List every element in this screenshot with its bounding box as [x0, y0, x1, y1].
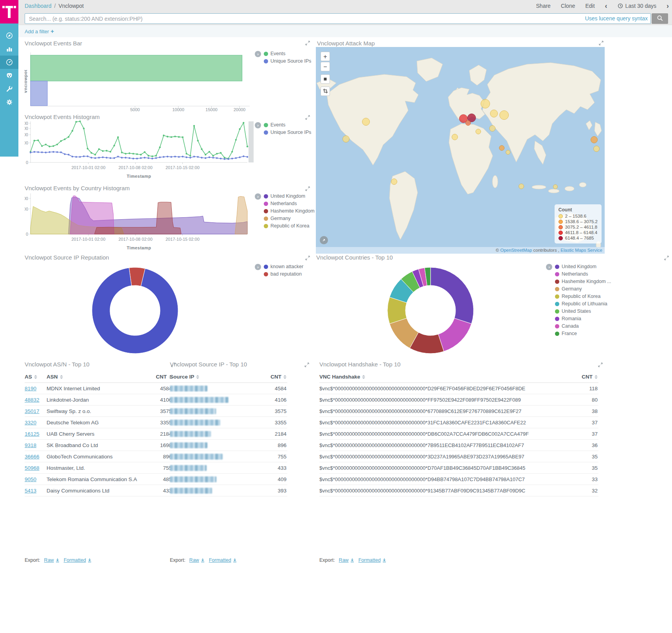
legend-item[interactable]: Germany [264, 216, 320, 221]
legend-item[interactable]: Germany [555, 286, 611, 292]
column-header-vnc-handshake[interactable]: VNC Handshake [319, 371, 574, 383]
legend-item[interactable]: Unique Source IPs [264, 130, 311, 135]
time-range-picker[interactable]: Last 30 days [618, 3, 656, 9]
sidebar-item-management[interactable] [0, 96, 18, 109]
as-link[interactable]: 9050 [25, 476, 36, 482]
map-draw-rectangle-button[interactable] [321, 87, 330, 96]
as-link[interactable]: 36666 [25, 454, 40, 460]
share-button[interactable]: Share [536, 3, 551, 9]
expand-icon[interactable] [598, 362, 603, 368]
legend-item[interactable]: Republic of Korea [555, 294, 611, 299]
map-bubble[interactable] [506, 150, 510, 155]
legend-toggle-button[interactable]: › [546, 264, 552, 270]
map-bubble[interactable] [499, 145, 504, 151]
sidebar-item-devtools[interactable] [0, 82, 18, 96]
telekom-logo[interactable] [0, 0, 18, 23]
legend-item[interactable]: France [555, 331, 611, 336]
legend-item[interactable]: United Kingdom [555, 264, 611, 269]
sidebar-item-discover[interactable] [0, 29, 18, 42]
export-formatted-link[interactable]: Formatted [64, 557, 92, 563]
expand-icon[interactable] [599, 41, 604, 47]
map-bubble[interactable] [481, 99, 490, 108]
export-raw-link[interactable]: Raw [189, 557, 205, 563]
elastic-maps-link[interactable]: Elastic Maps Service [560, 248, 602, 252]
map-reset-button[interactable] [320, 236, 328, 244]
column-header-cnt[interactable]: CNT [259, 371, 287, 383]
as-link[interactable]: 5413 [25, 488, 36, 494]
export-raw-link[interactable]: Raw [44, 557, 60, 563]
sort-icon[interactable] [196, 375, 199, 379]
donut-slice[interactable] [431, 267, 474, 324]
sort-icon[interactable] [34, 375, 37, 379]
bar-segment[interactable] [31, 55, 242, 81]
time-prev-button[interactable]: ‹ [605, 0, 607, 12]
sort-icon[interactable] [595, 375, 598, 379]
openstreetmap-link[interactable]: OpenStreetMap [500, 248, 532, 252]
legend-item[interactable]: Events [264, 51, 311, 56]
map-bubble[interactable] [519, 184, 524, 189]
map-zoom-in-button[interactable]: + [321, 52, 330, 61]
map-bubble[interactable] [591, 136, 598, 143]
as-link[interactable]: 50968 [25, 465, 40, 471]
legend-item[interactable]: Unique Source IPs [264, 58, 311, 64]
attack-map[interactable]: + − Count 2 – 1538.61538.6 – 3075.23075.… [316, 47, 605, 254]
legend-toggle-button[interactable]: › [255, 193, 261, 200]
add-filter-button[interactable]: Add a filter+ [25, 25, 54, 37]
map-bubble[interactable] [391, 179, 397, 185]
as-link[interactable]: 9318 [25, 442, 36, 448]
sidebar-item-dashboard[interactable] [0, 56, 18, 69]
expand-icon[interactable] [305, 186, 310, 192]
sort-icon[interactable] [362, 375, 365, 379]
sort-icon[interactable] [60, 375, 63, 379]
time-next-button[interactable]: › [667, 0, 669, 12]
map-zoom-out-button[interactable]: − [321, 62, 330, 71]
legend-item[interactable]: Events [264, 122, 311, 128]
breadcrumb-dashboard-link[interactable]: Dashboard [25, 3, 52, 9]
map-bubble[interactable] [476, 129, 481, 134]
edit-button[interactable]: Edit [585, 3, 595, 9]
legend-item[interactable]: Canada [555, 323, 611, 329]
legend-item[interactable]: Republic of Lithuania [555, 301, 611, 307]
as-link[interactable]: 3320 [25, 420, 36, 426]
map-bubble[interactable] [489, 125, 495, 132]
legend-item[interactable]: Netherlands [264, 201, 320, 206]
sidebar-item-visualize[interactable] [0, 42, 18, 56]
legend-item[interactable]: Hashemite Kingdom ... [555, 279, 611, 284]
column-header-asn[interactable]: ASN [47, 371, 147, 383]
legend-item[interactable]: bad reputation [264, 271, 303, 277]
column-header-cnt[interactable]: CNT [574, 371, 598, 383]
map-fit-extent-button[interactable] [321, 74, 330, 84]
expand-icon[interactable] [305, 256, 310, 261]
clone-button[interactable]: Clone [561, 3, 575, 9]
legend-item[interactable]: Netherlands [555, 271, 611, 277]
legend-item[interactable]: Hashemite Kingdom ... [264, 208, 320, 214]
map-bubble[interactable] [593, 146, 600, 152]
export-formatted-link[interactable]: Formatted [209, 557, 237, 563]
legend-item[interactable]: Republic of Korea [264, 223, 320, 229]
column-header-as[interactable]: AS [25, 371, 47, 383]
map-bubble[interactable] [499, 110, 509, 120]
export-formatted-link[interactable]: Formatted [359, 557, 387, 563]
expand-icon[interactable] [304, 362, 309, 368]
search-input[interactable] [25, 13, 651, 24]
expand-icon[interactable] [305, 115, 310, 121]
sidebar-item-monitoring[interactable] [0, 69, 18, 82]
search-button[interactable] [652, 13, 668, 24]
map-bubble[interactable] [553, 184, 558, 189]
as-link[interactable]: 48832 [25, 397, 40, 403]
expand-icon[interactable] [664, 256, 669, 261]
legend-item[interactable]: United States [555, 308, 611, 314]
legend-toggle-button[interactable]: › [255, 51, 261, 57]
sort-icon[interactable] [283, 375, 286, 379]
export-raw-link[interactable]: Raw [339, 557, 355, 563]
as-link[interactable]: 35017 [25, 408, 40, 414]
lucene-syntax-link[interactable]: Uses lucene query syntax [585, 13, 648, 24]
legend-item[interactable]: United Kingdom [264, 193, 320, 199]
map-bubble[interactable] [362, 118, 370, 126]
as-link[interactable]: 8190 [25, 386, 36, 391]
legend-toggle-button[interactable]: › [255, 264, 261, 270]
donut-slice[interactable] [438, 318, 472, 352]
legend-item[interactable]: Romania [555, 316, 611, 321]
legend-item[interactable]: known attacker [264, 264, 303, 269]
bar-segment[interactable] [31, 81, 47, 106]
